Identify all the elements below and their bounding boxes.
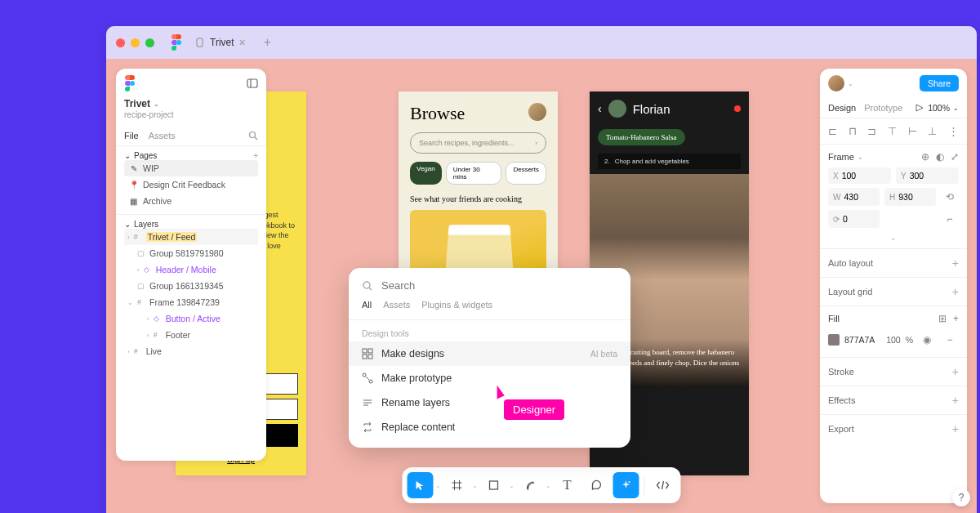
project-info[interactable]: Trivet ⌄ recipe-project <box>116 98 266 126</box>
chevron-down-icon[interactable]: ⌄ <box>546 482 551 489</box>
document-tab[interactable]: Trivet × <box>189 33 252 52</box>
layer-item[interactable]: ›◇Button / Active <box>124 310 258 327</box>
page-item-archive[interactable]: ▦Archive <box>124 193 258 209</box>
fill-hex-input[interactable]: 877A7A <box>844 335 881 345</box>
fill-swatch[interactable] <box>828 334 840 346</box>
frame-label[interactable]: Frame <box>828 152 854 162</box>
layout-grid-section[interactable]: Layout grid+ <box>820 278 967 306</box>
align-bottom-icon[interactable]: ⊥ <box>928 125 937 137</box>
align-top-icon[interactable]: ⊤ <box>888 125 897 137</box>
remove-fill-button[interactable]: − <box>941 331 959 349</box>
align-center-h-icon[interactable]: ⊓ <box>849 125 857 137</box>
chip-time[interactable]: Under 30 mins <box>446 162 502 185</box>
text-tool[interactable]: T <box>555 472 581 498</box>
x-position-input[interactable]: X100 <box>828 167 891 184</box>
layer-item[interactable]: ▢Group 1661319345 <box>124 278 258 294</box>
command-search-input[interactable] <box>381 279 617 292</box>
layer-item[interactable]: ›#Live <box>124 343 258 359</box>
resize-icon[interactable]: ⤢ <box>951 151 959 163</box>
stroke-section[interactable]: Stroke+ <box>820 358 967 386</box>
creator-avatar[interactable] <box>608 100 626 118</box>
height-input[interactable]: H930 <box>884 188 936 206</box>
back-button[interactable]: ‹ <box>598 102 602 115</box>
frame-icon: # <box>154 331 162 339</box>
figma-logo-icon[interactable] <box>171 34 182 51</box>
search-tab-all[interactable]: All <box>362 300 372 313</box>
user-avatar[interactable] <box>528 103 546 121</box>
width-input[interactable]: W430 <box>828 188 880 206</box>
layer-item[interactable]: ▢Group 5819791980 <box>124 245 258 261</box>
command-make-prototype[interactable]: Make prototype <box>349 366 630 390</box>
minimize-window-button[interactable] <box>131 38 140 47</box>
fill-opacity-input[interactable]: 100 <box>886 335 901 345</box>
layer-item[interactable]: ›#Trivet / Feed <box>124 229 258 245</box>
expand-toggle[interactable]: ⌄ <box>828 232 959 242</box>
figma-menu-icon[interactable] <box>124 75 136 91</box>
rotation-input[interactable]: ⟳0 <box>828 210 880 228</box>
add-fill-button[interactable]: + <box>953 313 959 324</box>
prototype-tab[interactable]: Prototype <box>864 98 902 118</box>
page-item-wip[interactable]: ✎WIP <box>124 160 258 176</box>
comment-tool[interactable] <box>584 472 610 498</box>
shape-tool[interactable] <box>481 472 507 498</box>
search-tab-plugins[interactable]: Plugins & widgets <box>421 300 492 313</box>
chevron-down-icon[interactable]: ⌄ <box>848 80 853 87</box>
dev-mode-button[interactable] <box>650 472 676 498</box>
frame-tool[interactable] <box>444 472 470 498</box>
command-rename-layers[interactable]: Rename layers <box>349 390 630 415</box>
recipe-tag[interactable]: Tomato-Habanero Salsa <box>598 129 685 145</box>
maximize-window-button[interactable] <box>145 38 154 47</box>
user-avatar[interactable] <box>828 75 844 91</box>
link-dimensions-button[interactable]: ⟲ <box>941 188 959 206</box>
ai-tool[interactable] <box>613 472 639 498</box>
visibility-toggle[interactable]: ◉ <box>918 331 936 349</box>
styles-icon[interactable]: ⊞ <box>938 313 947 324</box>
pen-tool[interactable] <box>518 472 544 498</box>
close-window-button[interactable] <box>116 38 125 47</box>
layer-item[interactable]: ⌄#Frame 139847239 <box>124 294 258 310</box>
layers-header[interactable]: ⌄Layers <box>124 220 258 229</box>
collaborator-cursor: Designer <box>494 386 564 420</box>
distribute-icon[interactable]: ⋮ <box>948 125 959 137</box>
y-position-input[interactable]: Y300 <box>896 167 959 184</box>
file-tab[interactable]: File <box>124 126 139 145</box>
align-right-icon[interactable]: ⊐ <box>867 125 876 137</box>
zoom-control[interactable]: 100% ⌄ <box>915 103 959 113</box>
panel-toggle-icon[interactable] <box>247 78 258 89</box>
group-icon: ▢ <box>137 282 145 290</box>
new-tab-button[interactable]: + <box>264 35 271 50</box>
assets-tab[interactable]: Assets <box>149 126 176 145</box>
recipe-search-input[interactable]: Search recipes, ingredients... › <box>410 132 546 154</box>
effects-section[interactable]: Effects+ <box>820 386 967 415</box>
chevron-down-icon[interactable]: ⌄ <box>435 482 441 489</box>
command-replace-content[interactable]: Replace content <box>349 415 630 439</box>
fit-icon[interactable]: ⊕ <box>921 151 929 163</box>
page-item-crit[interactable]: 📍Design Crit Feedback <box>124 176 258 193</box>
export-section[interactable]: Export+ <box>820 415 967 443</box>
close-tab-button[interactable]: × <box>239 36 246 49</box>
share-button[interactable]: Share <box>920 75 959 91</box>
orientation-icon[interactable]: ◐ <box>936 151 944 163</box>
search-icon[interactable] <box>248 131 258 141</box>
layer-item[interactable]: ›◇Header / Mobile <box>124 261 258 278</box>
align-center-v-icon[interactable]: ⊢ <box>908 125 917 137</box>
add-page-button[interactable]: + <box>253 151 258 160</box>
cursor-label: Designer <box>504 399 564 420</box>
search-tab-assets[interactable]: Assets <box>383 300 410 313</box>
command-make-designs[interactable]: Make designs AI beta <box>349 341 630 366</box>
svg-line-10 <box>369 288 372 290</box>
pages-header[interactable]: ⌄Pages + <box>124 151 258 160</box>
chevron-down-icon[interactable]: ⌄ <box>472 482 478 489</box>
chip-desserts[interactable]: Desserts <box>506 162 546 185</box>
corner-radius-button[interactable]: ⌐ <box>941 210 959 228</box>
move-tool[interactable] <box>408 472 434 498</box>
design-tab[interactable]: Design <box>828 98 856 118</box>
help-button[interactable]: ? <box>952 488 970 506</box>
video-header: ‹ Florian <box>590 91 749 126</box>
chevron-down-icon[interactable]: ⌄ <box>509 482 514 489</box>
chip-vegan[interactable]: Vegan <box>410 162 442 185</box>
frame-icon: # <box>134 347 142 355</box>
auto-layout-section[interactable]: Auto layout+ <box>820 249 967 278</box>
layer-item[interactable]: ›#Footer <box>124 327 258 343</box>
align-left-icon[interactable]: ⊏ <box>828 125 837 137</box>
